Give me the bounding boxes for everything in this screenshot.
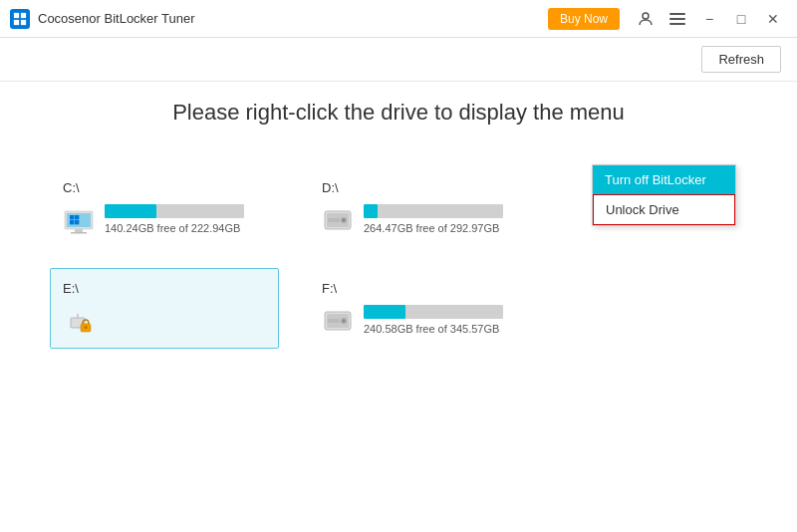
profile-icon-button[interactable] xyxy=(632,5,660,33)
hdd-drive-icon-f xyxy=(322,304,354,336)
app-icon xyxy=(10,9,30,29)
drive-c-row: 140.24GB free of 222.94GB xyxy=(63,203,266,235)
drive-card-f[interactable]: F:\ 240.58GB free of 345.57GB xyxy=(309,268,538,349)
drive-d-info: 264.47GB free of 292.97GB xyxy=(364,204,525,234)
drive-e-label: E:\ xyxy=(63,281,266,296)
app-title: Cocosenor BitLocker Tuner xyxy=(38,11,548,26)
svg-rect-15 xyxy=(75,220,79,224)
refresh-button[interactable]: Refresh xyxy=(701,46,781,73)
svg-rect-13 xyxy=(75,215,79,219)
svg-rect-2 xyxy=(14,19,19,24)
drive-f-label: F:\ xyxy=(322,281,525,296)
drive-f-size: 240.58GB free of 345.57GB xyxy=(364,323,525,335)
drive-card-e[interactable]: E:\ xyxy=(50,268,279,349)
context-menu-item-unlock[interactable]: Unlock Drive xyxy=(593,194,735,225)
svg-rect-24 xyxy=(85,326,88,329)
maximize-button[interactable]: □ xyxy=(727,5,755,33)
drive-c-size: 140.24GB free of 222.94GB xyxy=(105,222,266,234)
svg-rect-12 xyxy=(70,215,74,219)
svg-rect-5 xyxy=(669,13,685,15)
svg-rect-3 xyxy=(21,19,26,24)
drive-f-progress-bg xyxy=(364,305,503,319)
svg-point-19 xyxy=(343,219,346,222)
buy-now-button[interactable]: Buy Now xyxy=(548,8,620,30)
drive-c-progress-bg xyxy=(105,204,244,218)
window-controls: Buy Now − □ ✕ xyxy=(548,5,787,33)
drive-d-row: 264.47GB free of 292.97GB xyxy=(322,203,525,235)
svg-rect-1 xyxy=(21,12,26,17)
svg-rect-11 xyxy=(71,232,87,234)
svg-rect-6 xyxy=(669,18,685,20)
svg-rect-20 xyxy=(328,218,340,222)
drive-d-progress-fill xyxy=(364,204,378,218)
main-wrapper: Refresh Please right-click the drive to … xyxy=(0,38,797,532)
drive-c-label: C:\ xyxy=(63,180,266,195)
svg-point-4 xyxy=(643,13,649,19)
drive-e-row xyxy=(63,304,266,336)
svg-rect-29 xyxy=(328,319,340,323)
drive-c-info: 140.24GB free of 222.94GB xyxy=(105,204,266,234)
drive-d-size: 264.47GB free of 292.97GB xyxy=(364,222,525,234)
context-menu-item-turn-off[interactable]: Turn off BitLocker xyxy=(593,165,735,194)
drive-d-label: D:\ xyxy=(322,180,525,195)
svg-rect-14 xyxy=(70,220,74,224)
windows-drive-icon xyxy=(63,203,95,235)
drive-c-progress-fill xyxy=(105,204,156,218)
title-bar: Cocosenor BitLocker Tuner Buy Now − □ ✕ xyxy=(0,0,797,38)
instruction-text: Please right-click the drive to display … xyxy=(0,82,797,141)
svg-rect-10 xyxy=(75,229,83,232)
context-menu: Turn off BitLocker Unlock Drive xyxy=(592,164,736,226)
svg-rect-22 xyxy=(77,314,79,318)
locked-drive-icon-e xyxy=(63,304,95,336)
drive-f-info: 240.58GB free of 345.57GB xyxy=(364,305,525,335)
drive-d-progress-bg xyxy=(364,204,503,218)
toolbar: Refresh xyxy=(0,38,797,82)
hamburger-menu-button[interactable] xyxy=(664,5,691,33)
close-button[interactable]: ✕ xyxy=(759,5,787,33)
drive-f-row: 240.58GB free of 345.57GB xyxy=(322,304,525,336)
svg-rect-7 xyxy=(669,23,685,25)
drive-card-c[interactable]: C:\ xyxy=(50,167,279,248)
svg-point-28 xyxy=(343,320,346,323)
drive-card-d[interactable]: D:\ 264.47GB free of 292.97GB xyxy=(309,167,538,248)
hdd-drive-icon-d xyxy=(322,203,354,235)
minimize-button[interactable]: − xyxy=(695,5,723,33)
drive-f-progress-fill xyxy=(364,305,405,319)
svg-rect-0 xyxy=(14,12,19,17)
